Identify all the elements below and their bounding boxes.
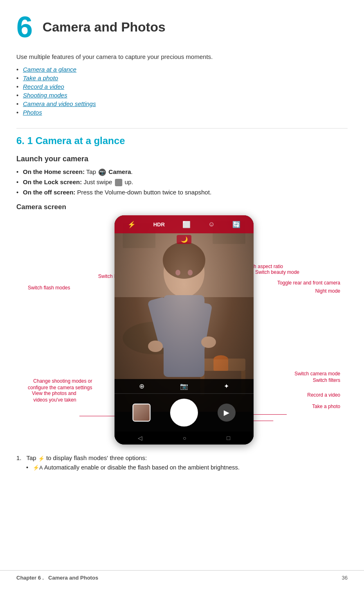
ann-switch-camera-mode: Switch camera mode: [294, 371, 340, 377]
camera-diagram: Switch HDR modes Switch flash modes Swit…: [16, 215, 352, 445]
toc-link-3[interactable]: Record a video: [23, 83, 64, 90]
video-icon: ▶: [224, 408, 229, 417]
camera-icon-inline: [99, 169, 106, 176]
svg-rect-32: [147, 296, 178, 349]
ann-record-video: Record a video: [307, 392, 340, 399]
toc-list: Camera at a glance Take a photo Record a…: [16, 66, 348, 116]
step1-container: 1. Tap ⚡ to display flash modes' three o…: [16, 454, 348, 471]
svg-rect-33: [186, 301, 212, 353]
svg-point-35: [201, 336, 216, 348]
auto-flash-icon: ⚡A: [33, 465, 43, 471]
footer-chapter-name: Camera and Photos: [48, 575, 98, 581]
sub-step-1: ⚡A Automatically enable or disable the f…: [25, 464, 348, 471]
toc-link-6[interactable]: Photos: [23, 109, 42, 116]
intro-text: Use multiple features of your camera to …: [16, 53, 348, 60]
camera-text: Camera: [108, 168, 131, 175]
moon-icon: 🌙: [181, 236, 188, 243]
android-nav: ◁ ○ □: [115, 431, 254, 445]
ann-view-photos: View the photos andvideos you've taken: [32, 390, 76, 403]
footer-chapter-label: Chapter 6 .: [16, 575, 44, 581]
toc-link-2[interactable]: Take a photo: [23, 74, 58, 81]
toc-item-1: Camera at a glance: [16, 66, 348, 73]
launch-item-3: On the off screen: Press the Volume-down…: [16, 189, 348, 196]
toc-item-5: Camera and video settings: [16, 100, 348, 107]
svg-point-34: [148, 341, 163, 352]
camera-main-controls: ▶: [115, 394, 254, 431]
toc-item-6: Photos: [16, 109, 348, 116]
sub-step-list: ⚡A Automatically enable or disable the f…: [25, 464, 348, 471]
step-number-1: 1.: [16, 454, 22, 461]
launch-list: On the Home screen: Tap Camera. On the L…: [16, 168, 348, 196]
ann-night-mode: Night mode: [315, 288, 340, 295]
ann-change-shooting: Change shooting modes orconfigure the ca…: [28, 378, 92, 391]
toc-link-1[interactable]: Camera at a glance: [23, 66, 76, 73]
svg-point-29: [163, 242, 205, 279]
page-footer: Chapter 6 . Camera and Photos 36: [0, 570, 364, 581]
ann-toggle-front-back: Toggle rear and front camera: [277, 280, 340, 287]
flash-icon-step: ⚡: [38, 456, 45, 462]
toc-link-5[interactable]: Camera and video settings: [23, 100, 96, 107]
svg-rect-28: [164, 295, 204, 377]
ann-switch-filters: Switch filters: [313, 377, 340, 384]
svg-point-25: [213, 355, 228, 363]
svg-point-30: [175, 270, 180, 275]
svg-rect-26: [213, 359, 228, 371]
shutter-small-icon: 📷: [180, 382, 188, 390]
beauty-icon: ☺: [208, 221, 215, 228]
chapter-number: 6: [16, 12, 33, 42]
section-divider: [16, 128, 348, 129]
flip-icon: 🔄: [232, 221, 240, 228]
home-btn[interactable]: ○: [183, 435, 186, 441]
launch-item-1: On the Home screen: Tap Camera.: [16, 168, 348, 176]
filter-small-icon: ✦: [224, 382, 229, 390]
chapter-title: Camera and Photos: [43, 20, 166, 35]
toc-item-2: Take a photo: [16, 74, 348, 81]
lock-icon: [115, 179, 122, 186]
camera-bottom-controls: ⊕ 📷 ✦ ▶: [115, 379, 254, 445]
video-button[interactable]: ▶: [218, 404, 236, 422]
toc-item-4: Shooting modes: [16, 92, 348, 99]
launch-label-3: On the off screen:: [23, 189, 75, 196]
camera-screen-section: Camera screen: [16, 203, 348, 445]
flash-icon: ⚡: [128, 221, 136, 228]
section-61-heading: 6. 1 Camera at a glance: [16, 135, 348, 147]
phone-mockup: ⚡ HDR ⬜ ☺ 🔄 🌙 ⊕: [115, 215, 254, 445]
svg-rect-22: [196, 359, 245, 371]
page-container: 6 Camera and Photos Use multiple feature…: [0, 0, 364, 501]
night-mode-indicator: 🌙: [177, 235, 191, 244]
launch-label-2: On the Lock screen:: [23, 178, 82, 185]
chapter-header: 6 Camera and Photos: [16, 12, 348, 42]
launch-heading: Launch your camera: [16, 155, 348, 163]
ann-take-photo: Take a photo: [312, 404, 340, 410]
footer-page: 36: [342, 575, 348, 581]
toc-item-3: Record a video: [16, 83, 348, 90]
step-list: 1. Tap ⚡ to display flash modes' three o…: [16, 454, 348, 471]
launch-item-2: On the Lock screen: Just swipe up.: [16, 178, 348, 186]
aspect-icon: ⬜: [182, 221, 191, 228]
toc-link-4[interactable]: Shooting modes: [23, 92, 67, 99]
camera-middle-controls: ⊕ 📷 ✦: [115, 379, 254, 394]
launch-label-1: On the Home screen:: [23, 168, 85, 175]
recents-btn[interactable]: □: [227, 435, 230, 441]
ann-switch-flash: Switch flash modes: [28, 285, 70, 291]
svg-point-27: [164, 248, 204, 297]
footer-chapter: Chapter 6 . Camera and Photos: [16, 575, 98, 581]
settings-small-icon: ⊕: [139, 382, 144, 390]
ann-switch-beauty: Switch beauty mode: [255, 269, 299, 276]
svg-point-31: [188, 270, 193, 275]
svg-point-21: [123, 322, 188, 354]
back-btn[interactable]: ◁: [138, 435, 142, 441]
camera-top-bar: ⚡ HDR ⬜ ☺ 🔄: [115, 215, 254, 233]
camera-screen-heading: Camera screen: [16, 203, 348, 211]
step-1: 1. Tap ⚡ to display flash modes' three o…: [16, 454, 348, 471]
photo-thumbnail[interactable]: [133, 404, 151, 422]
shutter-button[interactable]: [170, 399, 198, 427]
hdr-text: HDR: [153, 221, 165, 228]
